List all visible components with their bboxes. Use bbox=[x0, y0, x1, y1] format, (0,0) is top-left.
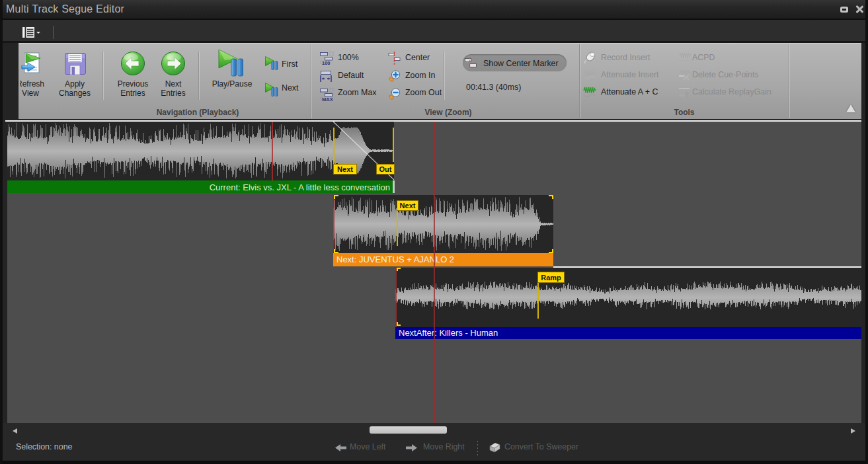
svg-text:100: 100 bbox=[322, 60, 331, 65]
svg-text:MAX: MAX bbox=[322, 97, 333, 102]
